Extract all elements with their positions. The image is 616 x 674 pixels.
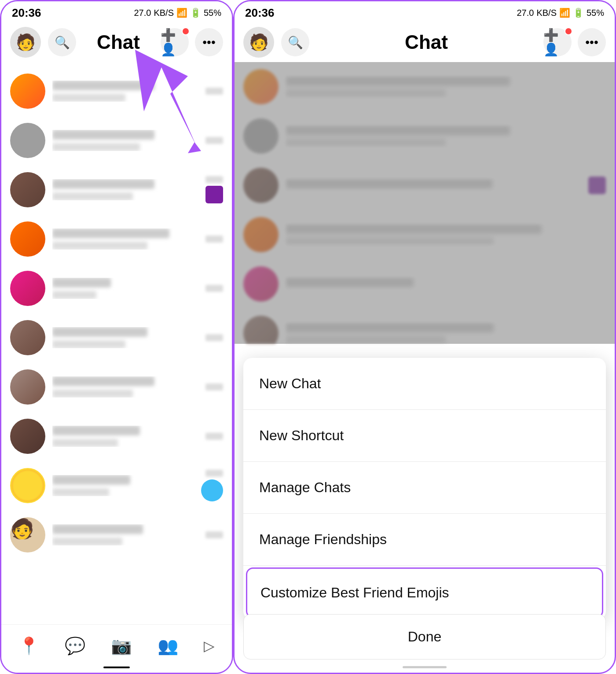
discover-icon: ▷	[204, 637, 215, 654]
avatar	[10, 172, 45, 207]
more-icon: •••	[585, 35, 598, 49]
chat-preview	[52, 340, 125, 348]
list-item[interactable]: 🧑	[1, 510, 232, 560]
left-avatar[interactable]: 🧑	[10, 27, 41, 58]
avatar	[10, 271, 45, 306]
chat-time	[205, 334, 223, 341]
chat-time	[205, 531, 223, 538]
right-panel: 20:36 27.0 KB/S 📶 🔋 55% 🧑 🔍 Chat ➕👤	[233, 0, 616, 674]
camera-icon: 📷	[111, 636, 132, 656]
chat-preview	[52, 242, 147, 250]
avatar	[10, 74, 45, 109]
chat-name	[52, 426, 140, 435]
chat-name	[52, 81, 154, 90]
left-chat-list: 🧑	[1, 62, 232, 564]
avatar	[10, 419, 45, 454]
chat-icon: 💬	[65, 636, 85, 656]
chat-name	[52, 179, 154, 189]
avatar	[10, 320, 45, 355]
right-notification-dot	[565, 27, 572, 35]
chat-preview	[52, 94, 125, 102]
right-avatar[interactable]: 🧑	[243, 27, 274, 58]
search-icon: 🔍	[55, 35, 70, 50]
nav-item-camera[interactable]: 📷	[111, 636, 132, 656]
menu-item-new-chat[interactable]: New Chat	[243, 358, 606, 410]
avatar: 🧑	[10, 517, 45, 552]
notification-dot	[182, 27, 190, 35]
chat-time	[205, 88, 223, 95]
nav-item-map[interactable]: 📍	[18, 636, 39, 656]
avatar	[10, 468, 45, 503]
menu-item-customize-emojis[interactable]: Customize Best Friend Emojis	[246, 567, 603, 618]
right-status-icons: 27.0 KB/S 📶 🔋 55%	[517, 7, 604, 18]
chat-time	[205, 383, 223, 390]
more-icon: •••	[202, 35, 215, 49]
chat-name	[52, 524, 143, 534]
left-page-title: Chat	[76, 31, 161, 53]
map-icon: 📍	[18, 636, 39, 656]
chat-preview	[52, 439, 118, 447]
left-nav-right: ➕👤 •••	[161, 28, 223, 56]
left-status-bar: 20:36 27.0 KB/S 📶 🔋 55%	[1, 1, 232, 22]
avatar	[10, 369, 45, 405]
right-more-button[interactable]: •••	[578, 28, 606, 56]
nav-item-friends[interactable]: 👥	[158, 636, 178, 656]
list-item[interactable]	[1, 461, 232, 510]
home-indicator	[103, 667, 130, 668]
list-item[interactable]	[1, 362, 232, 412]
chat-time	[205, 236, 223, 243]
done-button[interactable]: Done	[243, 614, 606, 659]
right-top-nav: 🧑 🔍 Chat ➕👤 •••	[235, 22, 615, 62]
left-panel: 20:36 27.0 KB/S 📶 🔋 55% 🧑 🔍 Chat ➕👤	[0, 0, 233, 674]
list-item[interactable]	[1, 66, 232, 116]
right-add-friend-button[interactable]: ➕👤	[543, 28, 572, 56]
chat-name	[52, 228, 169, 238]
chat-time	[205, 285, 223, 292]
chat-badge	[205, 186, 223, 203]
right-search-button[interactable]: 🔍	[281, 28, 309, 56]
right-time: 20:36	[245, 6, 275, 20]
right-status-bar: 20:36 27.0 KB/S 📶 🔋 55%	[235, 1, 615, 22]
chat-preview	[52, 291, 96, 299]
left-nav-left: 🧑 🔍	[10, 27, 76, 58]
chat-preview	[52, 192, 133, 200]
list-item[interactable]	[1, 264, 232, 313]
chat-preview	[52, 390, 133, 398]
left-top-nav: 🧑 🔍 Chat ➕👤 •••	[1, 22, 232, 62]
nav-item-chat[interactable]: 💬	[65, 636, 85, 656]
list-item[interactable]	[1, 165, 232, 214]
right-home-indicator	[403, 666, 447, 668]
chat-preview	[52, 143, 140, 151]
chat-name	[52, 376, 154, 386]
chat-name	[52, 130, 154, 140]
list-item[interactable]	[1, 313, 232, 362]
dim-overlay	[235, 62, 615, 344]
chat-time	[205, 470, 223, 477]
blue-circle-badge	[201, 479, 223, 501]
search-icon: 🔍	[288, 35, 303, 50]
chat-time	[205, 433, 223, 440]
left-status-icons: 27.0 KB/S 📶 🔋 55%	[134, 7, 221, 18]
menu-item-manage-chats[interactable]: Manage Chats	[243, 462, 606, 514]
left-add-friend-button[interactable]: ➕👤	[161, 28, 189, 56]
list-item[interactable]	[1, 214, 232, 264]
right-page-title: Chat	[309, 31, 543, 53]
avatar	[10, 123, 45, 158]
chat-preview	[52, 488, 109, 496]
dropdown-menu: New Chat New Shortcut Manage Chats Manag…	[243, 358, 606, 620]
nav-item-discover[interactable]: ▷	[204, 637, 215, 654]
list-item[interactable]	[1, 412, 232, 461]
left-search-button[interactable]: 🔍	[48, 28, 76, 56]
left-more-button[interactable]: •••	[195, 28, 223, 56]
menu-item-new-shortcut[interactable]: New Shortcut	[243, 410, 606, 462]
left-bottom-nav: 📍 💬 📷 👥 ▷	[1, 624, 232, 673]
chat-name	[52, 327, 147, 337]
left-time: 20:36	[12, 6, 41, 20]
avatar	[10, 221, 45, 257]
chat-time	[205, 137, 223, 144]
chat-time	[205, 176, 223, 183]
friends-icon: 👥	[158, 636, 178, 656]
chat-name	[52, 475, 130, 485]
list-item[interactable]	[1, 116, 232, 165]
menu-item-manage-friendships[interactable]: Manage Friendships	[243, 514, 606, 566]
